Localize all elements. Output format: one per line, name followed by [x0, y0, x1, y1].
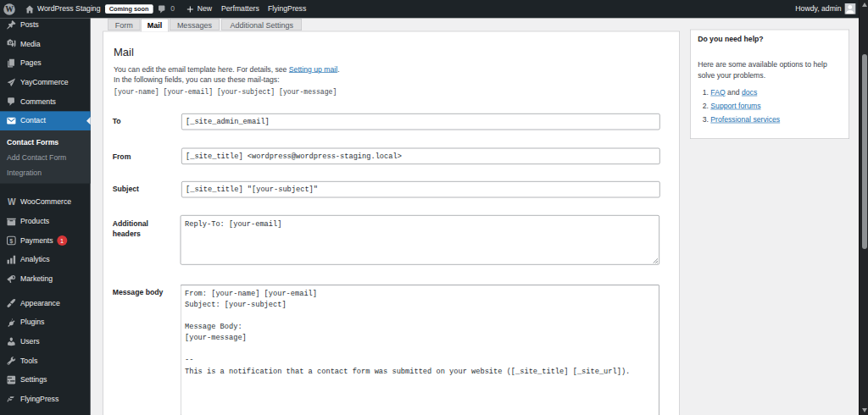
svg-text:W: W	[8, 197, 16, 207]
svg-text:$: $	[9, 237, 13, 245]
svg-text:W: W	[5, 4, 14, 14]
